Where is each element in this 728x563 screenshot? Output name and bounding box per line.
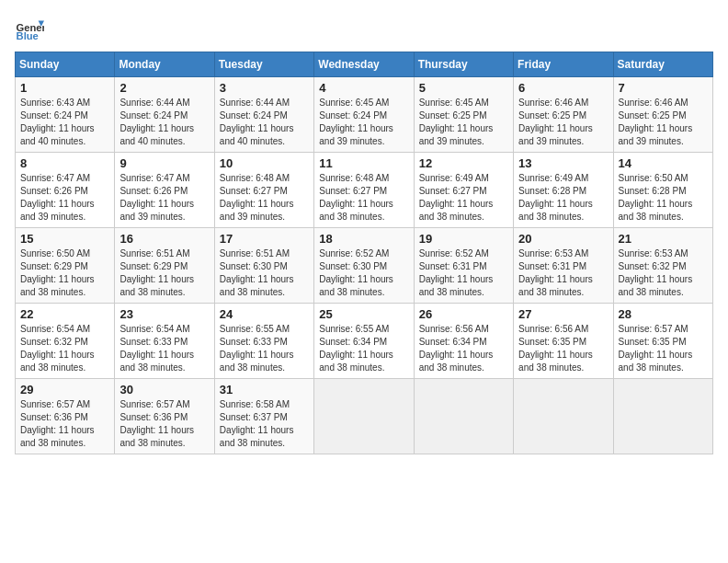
calendar-cell xyxy=(613,379,712,454)
calendar-cell: 12 Sunrise: 6:49 AMSunset: 6:27 PMDaylig… xyxy=(414,153,513,228)
day-number: 2 xyxy=(119,81,209,95)
day-number: 9 xyxy=(119,156,209,170)
day-info: Sunrise: 6:51 AMSunset: 6:30 PMDaylight:… xyxy=(220,247,309,299)
day-info: Sunrise: 6:52 AMSunset: 6:30 PMDaylight:… xyxy=(319,247,408,299)
day-info: Sunrise: 6:50 AMSunset: 6:28 PMDaylight:… xyxy=(619,172,708,224)
day-number: 15 xyxy=(20,232,109,246)
calendar-cell: 19 Sunrise: 6:52 AMSunset: 6:31 PMDaylig… xyxy=(414,228,513,304)
calendar-cell: 30 Sunrise: 6:57 AMSunset: 6:36 PMDaylig… xyxy=(115,379,214,454)
calendar-cell: 16 Sunrise: 6:51 AMSunset: 6:29 PMDaylig… xyxy=(115,228,214,304)
calendar-cell: 22 Sunrise: 6:54 AMSunset: 6:32 PMDaylig… xyxy=(16,304,115,379)
calendar-cell: 13 Sunrise: 6:49 AMSunset: 6:28 PMDaylig… xyxy=(514,153,613,228)
day-info: Sunrise: 6:52 AMSunset: 6:31 PMDaylight:… xyxy=(419,247,508,299)
calendar-cell: 29 Sunrise: 6:57 AMSunset: 6:36 PMDaylig… xyxy=(16,379,115,454)
day-number: 19 xyxy=(419,232,508,246)
calendar-cell: 24 Sunrise: 6:55 AMSunset: 6:33 PMDaylig… xyxy=(214,304,313,379)
day-info: Sunrise: 6:47 AMSunset: 6:26 PMDaylight:… xyxy=(119,172,209,224)
day-number: 10 xyxy=(220,156,309,170)
day-number: 22 xyxy=(20,307,109,321)
day-info: Sunrise: 6:48 AMSunset: 6:27 PMDaylight:… xyxy=(319,172,408,224)
calendar-cell: 10 Sunrise: 6:48 AMSunset: 6:27 PMDaylig… xyxy=(214,153,313,228)
calendar-cell: 27 Sunrise: 6:56 AMSunset: 6:35 PMDaylig… xyxy=(514,304,613,379)
weekday-header-tuesday: Tuesday xyxy=(214,52,313,77)
day-info: Sunrise: 6:46 AMSunset: 6:25 PMDaylight:… xyxy=(619,97,708,148)
calendar-cell: 2 Sunrise: 6:44 AMSunset: 6:24 PMDayligh… xyxy=(115,77,214,153)
calendar-cell: 31 Sunrise: 6:58 AMSunset: 6:37 PMDaylig… xyxy=(214,379,313,454)
day-info: Sunrise: 6:44 AMSunset: 6:24 PMDaylight:… xyxy=(119,97,209,148)
day-number: 29 xyxy=(20,383,109,396)
logo-icon: General Blue xyxy=(15,15,44,44)
day-number: 31 xyxy=(220,383,309,396)
day-number: 7 xyxy=(619,81,708,95)
calendar-cell: 18 Sunrise: 6:52 AMSunset: 6:30 PMDaylig… xyxy=(314,228,414,304)
calendar-cell: 3 Sunrise: 6:44 AMSunset: 6:24 PMDayligh… xyxy=(214,77,313,153)
day-info: Sunrise: 6:57 AMSunset: 6:36 PMDaylight:… xyxy=(119,398,209,450)
day-info: Sunrise: 6:56 AMSunset: 6:34 PMDaylight:… xyxy=(419,323,508,374)
day-number: 20 xyxy=(518,232,608,246)
day-number: 24 xyxy=(220,307,309,321)
calendar-cell: 7 Sunrise: 6:46 AMSunset: 6:25 PMDayligh… xyxy=(613,77,712,153)
calendar-cell: 6 Sunrise: 6:46 AMSunset: 6:25 PMDayligh… xyxy=(514,77,613,153)
calendar-cell: 28 Sunrise: 6:57 AMSunset: 6:35 PMDaylig… xyxy=(613,304,712,379)
day-number: 14 xyxy=(619,156,708,170)
day-number: 17 xyxy=(220,232,309,246)
day-number: 25 xyxy=(319,307,408,321)
calendar-cell: 8 Sunrise: 6:47 AMSunset: 6:26 PMDayligh… xyxy=(16,153,115,228)
day-number: 26 xyxy=(419,307,508,321)
calendar-cell: 23 Sunrise: 6:54 AMSunset: 6:33 PMDaylig… xyxy=(115,304,214,379)
day-number: 13 xyxy=(518,156,608,170)
svg-text:Blue: Blue xyxy=(17,30,39,41)
weekday-header-monday: Monday xyxy=(115,52,214,77)
calendar-cell: 20 Sunrise: 6:53 AMSunset: 6:31 PMDaylig… xyxy=(514,228,613,304)
day-info: Sunrise: 6:58 AMSunset: 6:37 PMDaylight:… xyxy=(220,398,309,450)
day-number: 30 xyxy=(119,383,209,396)
calendar-cell: 1 Sunrise: 6:43 AMSunset: 6:24 PMDayligh… xyxy=(16,77,115,153)
day-info: Sunrise: 6:50 AMSunset: 6:29 PMDaylight:… xyxy=(20,247,109,299)
calendar-cell xyxy=(414,379,513,454)
weekday-header-saturday: Saturday xyxy=(613,52,712,77)
calendar-cell: 4 Sunrise: 6:45 AMSunset: 6:24 PMDayligh… xyxy=(314,77,414,153)
day-info: Sunrise: 6:57 AMSunset: 6:36 PMDaylight:… xyxy=(20,398,109,450)
calendar-cell: 17 Sunrise: 6:51 AMSunset: 6:30 PMDaylig… xyxy=(214,228,313,304)
day-info: Sunrise: 6:55 AMSunset: 6:34 PMDaylight:… xyxy=(319,323,408,374)
day-info: Sunrise: 6:53 AMSunset: 6:31 PMDaylight:… xyxy=(518,247,608,299)
calendar-cell: 26 Sunrise: 6:56 AMSunset: 6:34 PMDaylig… xyxy=(414,304,513,379)
day-info: Sunrise: 6:55 AMSunset: 6:33 PMDaylight:… xyxy=(220,323,309,374)
day-info: Sunrise: 6:47 AMSunset: 6:26 PMDaylight:… xyxy=(20,172,109,224)
weekday-header-thursday: Thursday xyxy=(414,52,513,77)
calendar-cell: 9 Sunrise: 6:47 AMSunset: 6:26 PMDayligh… xyxy=(115,153,214,228)
weekday-header-wednesday: Wednesday xyxy=(314,52,414,77)
day-number: 27 xyxy=(518,307,608,321)
day-info: Sunrise: 6:48 AMSunset: 6:27 PMDaylight:… xyxy=(220,172,309,224)
calendar-cell: 21 Sunrise: 6:53 AMSunset: 6:32 PMDaylig… xyxy=(613,228,712,304)
day-info: Sunrise: 6:51 AMSunset: 6:29 PMDaylight:… xyxy=(119,247,209,299)
calendar-cell xyxy=(514,379,613,454)
day-info: Sunrise: 6:56 AMSunset: 6:35 PMDaylight:… xyxy=(518,323,608,374)
calendar-cell: 25 Sunrise: 6:55 AMSunset: 6:34 PMDaylig… xyxy=(314,304,414,379)
day-number: 16 xyxy=(119,232,209,246)
day-number: 28 xyxy=(619,307,708,321)
day-number: 21 xyxy=(619,232,708,246)
logo: General Blue xyxy=(15,15,44,44)
weekday-header-friday: Friday xyxy=(514,52,613,77)
day-number: 23 xyxy=(119,307,209,321)
day-number: 11 xyxy=(319,156,408,170)
day-number: 18 xyxy=(319,232,408,246)
calendar-cell xyxy=(314,379,414,454)
day-number: 6 xyxy=(518,81,608,95)
day-info: Sunrise: 6:43 AMSunset: 6:24 PMDaylight:… xyxy=(20,97,109,148)
day-info: Sunrise: 6:44 AMSunset: 6:24 PMDaylight:… xyxy=(220,97,309,148)
day-info: Sunrise: 6:57 AMSunset: 6:35 PMDaylight:… xyxy=(619,323,708,374)
calendar-cell: 15 Sunrise: 6:50 AMSunset: 6:29 PMDaylig… xyxy=(16,228,115,304)
day-info: Sunrise: 6:45 AMSunset: 6:25 PMDaylight:… xyxy=(419,97,508,148)
day-number: 1 xyxy=(20,81,109,95)
day-info: Sunrise: 6:54 AMSunset: 6:32 PMDaylight:… xyxy=(20,323,109,374)
day-number: 5 xyxy=(419,81,508,95)
day-info: Sunrise: 6:53 AMSunset: 6:32 PMDaylight:… xyxy=(619,247,708,299)
calendar-cell: 14 Sunrise: 6:50 AMSunset: 6:28 PMDaylig… xyxy=(613,153,712,228)
day-number: 12 xyxy=(419,156,508,170)
day-info: Sunrise: 6:45 AMSunset: 6:24 PMDaylight:… xyxy=(319,97,408,148)
day-info: Sunrise: 6:49 AMSunset: 6:28 PMDaylight:… xyxy=(518,172,608,224)
day-info: Sunrise: 6:54 AMSunset: 6:33 PMDaylight:… xyxy=(119,323,209,374)
calendar-cell: 11 Sunrise: 6:48 AMSunset: 6:27 PMDaylig… xyxy=(314,153,414,228)
